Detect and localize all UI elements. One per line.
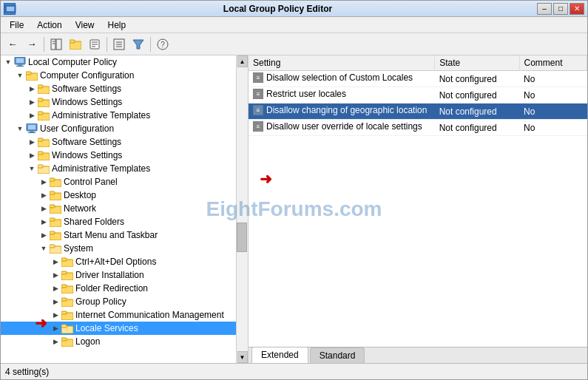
- tree-label-system: System: [64, 243, 93, 254]
- expander-folder-redirect[interactable]: ▶: [50, 282, 61, 294]
- expander-windows-cc[interactable]: ▶: [26, 96, 38, 108]
- tree-item-desktop[interactable]: ▶ Desktop: [1, 189, 248, 202]
- tab-standard[interactable]: Standard: [310, 347, 365, 363]
- expander-software-uc[interactable]: ▶: [26, 136, 38, 148]
- tree-item-ctrl-alt-del[interactable]: ▶ Ctrl+Alt+Del Options: [1, 255, 248, 268]
- tree-item-windows-uc[interactable]: ▶ Windows Settings: [1, 149, 248, 162]
- expander-control-panel[interactable]: ▶: [38, 176, 50, 188]
- svg-rect-55: [61, 258, 67, 261]
- tree-item-computer-config[interactable]: ▼ Computer Configuration: [1, 69, 248, 82]
- tree-item-software-uc[interactable]: ▶ Software Settings: [1, 135, 248, 149]
- expander-windows-uc[interactable]: ▶: [26, 149, 38, 161]
- tree-item-inet-comm[interactable]: ▶ Internet Communication Management: [1, 308, 248, 322]
- menu-view[interactable]: View: [70, 18, 101, 32]
- tree-label-shared-folders: Shared Folders: [64, 217, 124, 227]
- svg-rect-21: [16, 58, 24, 63]
- tree-label-logon: Logon: [75, 336, 100, 347]
- svg-rect-29: [38, 98, 43, 101]
- help-button[interactable]: ?: [154, 35, 172, 53]
- expander-inet-comm[interactable]: ▶: [50, 309, 61, 321]
- folder-icon-computer-config: [26, 71, 38, 81]
- comment-cell-2: No: [519, 87, 587, 104]
- expander-admin-uc[interactable]: ▼: [26, 163, 38, 174]
- expander-locale-services[interactable]: ▶: [50, 322, 61, 334]
- properties-button[interactable]: [86, 35, 104, 53]
- header-state[interactable]: State: [435, 55, 519, 71]
- show-all-button[interactable]: [110, 35, 128, 53]
- expander-desktop[interactable]: ▶: [38, 189, 50, 201]
- table-row[interactable]: ≡ Disallow user override of locale setti…: [249, 120, 587, 136]
- table-row[interactable]: ≡ Restrict user locales Not configured N…: [249, 87, 587, 104]
- tree-item-locale-services[interactable]: ▶ Locale Services: [1, 322, 248, 335]
- tree-item-folder-redirect[interactable]: ▶ Folder Redirection: [1, 282, 248, 295]
- tree-label-windows-cc: Windows Settings: [52, 97, 122, 107]
- settings-list[interactable]: Setting State Comment ≡: [249, 55, 587, 347]
- table-header-row: Setting State Comment: [249, 55, 587, 71]
- status-bar: 4 setting(s): [1, 363, 587, 379]
- tree-item-network[interactable]: ▶ Network: [1, 202, 248, 215]
- tree-label-start-menu: Start Menu and Taskbar: [64, 230, 158, 240]
- table-row[interactable]: ≡ Disallow selection of Custom Locales N…: [249, 71, 587, 87]
- tree-item-admin-templates-cc[interactable]: ▶ Administrative Templates: [1, 109, 248, 122]
- tree-item-local-computer-policy[interactable]: ▼ Local Computer Policy: [1, 55, 248, 69]
- svg-rect-45: [50, 191, 55, 194]
- scroll-down[interactable]: ▼: [237, 351, 248, 363]
- expander-ctrl-alt-del[interactable]: ▶: [50, 256, 61, 268]
- expander-local-computer-policy[interactable]: ▼: [2, 56, 14, 68]
- svg-rect-43: [50, 178, 55, 181]
- tree-item-windows-settings-cc[interactable]: ▶ Windows Settings: [1, 95, 248, 109]
- tree-item-start-menu[interactable]: ▶ Start Menu and Taskbar: [1, 228, 248, 242]
- expander-shared-folders[interactable]: ▶: [38, 216, 50, 228]
- filter-button[interactable]: [129, 35, 147, 53]
- close-button[interactable]: ✕: [570, 3, 584, 15]
- show-hide-tree-button[interactable]: [47, 35, 65, 53]
- expander-system[interactable]: ▼: [38, 242, 50, 254]
- tree-item-driver-install[interactable]: ▶ Driver Installation: [1, 268, 248, 282]
- maximize-button[interactable]: □: [553, 3, 568, 15]
- expander-logon[interactable]: ▶: [50, 336, 61, 347]
- expander-user-config[interactable]: ▼: [14, 123, 26, 135]
- expander-admin-cc[interactable]: ▶: [26, 109, 38, 121]
- menu-help[interactable]: Help: [102, 18, 132, 32]
- header-setting[interactable]: Setting: [249, 55, 435, 71]
- computer-icon-user: [26, 123, 38, 134]
- scroll-up[interactable]: ▲: [237, 55, 248, 67]
- scroll-thumb[interactable]: [237, 223, 247, 252]
- menu-action[interactable]: Action: [31, 18, 67, 32]
- tab-extended[interactable]: Extended: [251, 347, 308, 363]
- svg-rect-1: [7, 7, 14, 11]
- tree-label-inet-comm: Internet Communication Management: [75, 310, 224, 320]
- menu-file[interactable]: File: [4, 18, 30, 32]
- tree-label-locale-services: Locale Services: [75, 323, 138, 333]
- expander-start-menu[interactable]: ▶: [38, 229, 50, 241]
- tree-item-system[interactable]: ▼ System: [1, 242, 248, 255]
- tree-item-logon[interactable]: ▶ Logon: [1, 335, 248, 348]
- tree-item-admin-uc[interactable]: ▼ Administrative Templates: [1, 162, 248, 175]
- minimize-button[interactable]: –: [537, 3, 552, 15]
- setting-cell-2: ≡ Restrict user locales: [249, 87, 435, 104]
- tree-item-group-policy[interactable]: ▶ Group Policy: [1, 295, 248, 308]
- tree-scroll[interactable]: ▼ Local Computer Policy ▼: [1, 55, 248, 363]
- expander-driver-install[interactable]: ▶: [50, 269, 61, 281]
- tree-item-control-panel[interactable]: ▶ Control Panel: [1, 175, 248, 189]
- folder-icon-desktop: [50, 191, 61, 200]
- expander-network[interactable]: ▶: [38, 203, 50, 214]
- tree-item-shared-folders[interactable]: ▶ Shared Folders: [1, 215, 248, 228]
- svg-rect-33: [28, 125, 36, 129]
- header-comment[interactable]: Comment: [519, 55, 587, 71]
- expander-group-policy[interactable]: ▶: [50, 296, 61, 308]
- tree-item-software-settings-cc[interactable]: ▶ Software Settings: [1, 82, 248, 95]
- folder-icon-shared: [50, 217, 61, 227]
- tree-scrollbar[interactable]: ▲ ▼: [236, 55, 248, 363]
- expander-computer-config[interactable]: ▼: [14, 69, 26, 81]
- svg-rect-59: [61, 285, 67, 288]
- forward-button[interactable]: →: [23, 35, 41, 53]
- tree-item-user-config[interactable]: ▼ User Configuration: [1, 122, 248, 135]
- folder-button[interactable]: [67, 35, 84, 53]
- back-button[interactable]: ←: [4, 35, 21, 53]
- separator-3: [150, 37, 151, 52]
- svg-marker-17: [133, 40, 143, 49]
- expander-software-cc[interactable]: ▶: [26, 83, 38, 95]
- tree-label-windows-uc: Windows Settings: [52, 150, 122, 160]
- table-row-selected[interactable]: ≡ Disallow changing of geographic locati…: [249, 104, 587, 120]
